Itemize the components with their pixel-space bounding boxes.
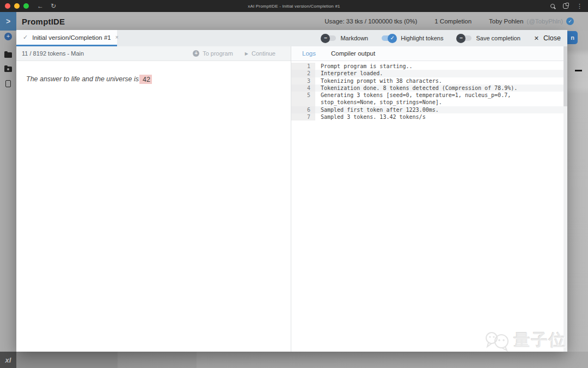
verified-badge-icon: ✓	[566, 17, 574, 25]
tab-label: Initial version/Completion #1	[32, 34, 111, 41]
log-text: Tokenization done. 8 tokens detected (Co…	[315, 85, 517, 92]
to-program-label: To program	[203, 50, 233, 57]
minimize-window-button[interactable]	[14, 3, 20, 9]
line-number: 7	[291, 113, 315, 120]
close-icon: ✕	[534, 35, 539, 42]
files-folder-icon[interactable]	[4, 52, 12, 58]
markdown-toggle[interactable]: –	[321, 35, 336, 41]
promptide-logo[interactable]: >	[0, 12, 16, 31]
scrollbar-thumb[interactable]	[564, 46, 567, 106]
completions-count: 1 Completion	[434, 18, 471, 25]
line-number: 2	[291, 70, 315, 77]
modal-toolbar: – Markdown ✓ Highlight tokens – Save com…	[321, 30, 567, 46]
log-output: 1 Prompt program is starting.. 2 Interpr…	[291, 61, 567, 352]
save-completion-toggle[interactable]: –	[457, 35, 471, 41]
log-line-5: 5 Generating 3 tokens [seed=0, temperatu…	[291, 92, 567, 99]
check-icon: ✓	[23, 34, 28, 41]
document-icon[interactable]	[5, 80, 11, 87]
xai-logo[interactable]: xI	[0, 352, 16, 368]
highlight-tokens-toggle-group: ✓ Highlight tokens	[382, 35, 443, 41]
log-text: Sampled 3 tokens. 13.42 tokens/s	[315, 113, 426, 120]
shared-folder-icon[interactable]	[4, 67, 12, 72]
continue-label: Continue	[252, 50, 275, 57]
modal-tab-bar: ✓ Initial version/Completion #1 × – Mark…	[16, 30, 567, 46]
user-menu[interactable]: Toby Pohlen (@TobyPhln) ✓	[489, 17, 574, 25]
log-text: Interpreter loaded.	[315, 70, 383, 77]
close-window-button[interactable]	[5, 3, 10, 9]
log-line-4: 4 Tokenization done. 8 tokens detected (…	[291, 85, 567, 92]
editor-pane: 11 / 8192 tokens - Main + To program ▶ C…	[16, 46, 291, 352]
logs-tab-bar: Logs Compiler output	[291, 46, 567, 61]
log-text: stop_tokens=None, stop_strings=None].	[315, 99, 442, 106]
highlight-tokens-toggle[interactable]: ✓	[382, 35, 396, 41]
search-icon[interactable]	[550, 4, 555, 8]
plus-circle-icon: +	[193, 50, 199, 57]
markdown-toggle-group: – Markdown	[321, 35, 368, 41]
tab-switcher-icon[interactable]	[563, 3, 568, 9]
line-number: 6	[291, 106, 315, 113]
token-count-status: 11 / 8192 tokens - Main	[22, 50, 84, 57]
save-completion-toggle-group: – Save completion	[457, 35, 520, 41]
line-number: 4	[291, 85, 315, 92]
line-number	[291, 99, 315, 106]
save-completion-toggle-label: Save completion	[476, 35, 520, 41]
close-button[interactable]: ✕ Close	[534, 34, 561, 42]
completion-modal: ✓ Initial version/Completion #1 × – Mark…	[16, 30, 567, 352]
markdown-toggle-label: Markdown	[340, 35, 368, 41]
user-handle: (@TobyPhln)	[526, 18, 563, 25]
tab-logs[interactable]: Logs	[302, 50, 316, 57]
reload-icon[interactable]: ↻	[51, 3, 56, 9]
app-header: > PromptIDE Usage: 33 tks / 1000000 tks …	[0, 12, 588, 31]
play-icon: ▶	[245, 51, 248, 56]
to-program-button[interactable]: + To program	[193, 50, 233, 57]
user-name: Toby Pohlen	[489, 18, 523, 25]
new-file-icon[interactable]: +	[4, 33, 12, 40]
close-button-label: Close	[543, 34, 561, 42]
log-text: Generating 3 tokens [seed=0, temperature…	[315, 92, 511, 99]
tab-close-icon[interactable]: ×	[115, 34, 119, 40]
logs-pane: Logs Compiler output 1 Prompt program is…	[291, 46, 567, 352]
browser-menu-icon[interactable]: ⋮	[577, 3, 583, 9]
log-text: Tokenizing prompt with 38 characters.	[315, 77, 442, 85]
browser-chrome: ← ↻ xAI PromptIDE - Initial version/Comp…	[0, 0, 588, 12]
completion-token: 42	[139, 75, 152, 84]
left-sidebar: +	[0, 31, 16, 352]
minus-icon: –	[456, 34, 465, 43]
modal-scrollbar[interactable]	[564, 46, 567, 352]
log-line-2: 2 Interpreter loaded.	[291, 70, 567, 77]
window-controls	[5, 3, 29, 9]
run-button[interactable]: n	[567, 31, 578, 44]
editor-info-bar: 11 / 8192 tokens - Main + To program ▶ C…	[16, 46, 291, 61]
log-line-5-wrap: stop_tokens=None, stop_strings=None].	[291, 99, 567, 106]
line-number: 1	[291, 63, 315, 70]
log-text: Sampled first token after 1223.00ms.	[315, 106, 439, 113]
line-number: 5	[291, 92, 315, 99]
log-line-3: 3 Tokenizing prompt with 38 characters.	[291, 77, 567, 85]
prompt-text: The answer to life and the universe is	[26, 75, 139, 83]
window-title: xAI PromptIDE - Initial version/Completi…	[109, 4, 479, 9]
back-icon[interactable]: ←	[37, 3, 44, 9]
check-icon: ✓	[388, 34, 397, 43]
log-text: Prompt program is starting..	[315, 63, 413, 70]
log-line-6: 6 Sampled first token after 1223.00ms.	[291, 106, 567, 113]
tab-compiler-output[interactable]: Compiler output	[331, 50, 375, 57]
line-number: 3	[291, 77, 315, 85]
minus-icon: –	[321, 34, 330, 43]
log-line-7: 7 Sampled 3 tokens. 13.42 tokens/s	[291, 113, 567, 120]
usage-status: Usage: 33 tks / 1000000 tks (0%)	[324, 18, 417, 25]
tab-completion[interactable]: ✓ Initial version/Completion #1 ×	[16, 30, 117, 46]
dimmed-background-bottom	[16, 352, 588, 368]
highlight-tokens-toggle-label: Highlight tokens	[401, 35, 443, 41]
fullscreen-window-button[interactable]	[23, 3, 29, 9]
log-line-1: 1 Prompt program is starting..	[291, 63, 567, 70]
prompt-editor[interactable]: The answer to life and the universe is42	[16, 61, 291, 352]
app-title: PromptIDE	[22, 17, 65, 26]
dimmed-background-right	[567, 31, 588, 352]
continue-button[interactable]: ▶ Continue	[245, 50, 275, 57]
panel-handle	[575, 70, 582, 71]
